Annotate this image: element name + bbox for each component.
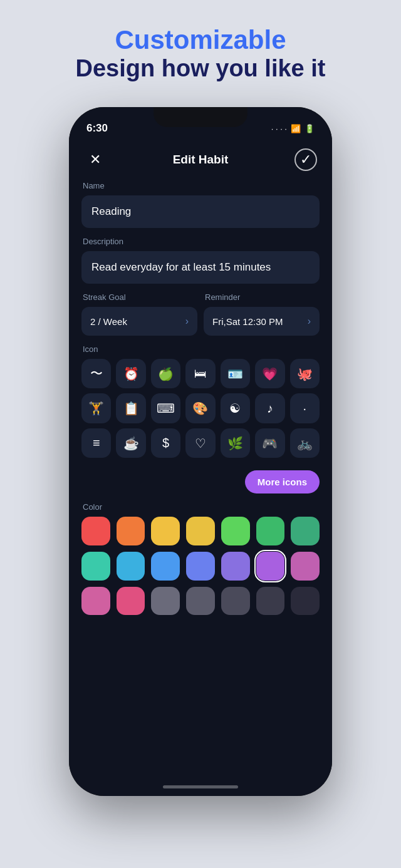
status-icons: · · · · 📶 🔋 [271,124,315,133]
signal-dots-icon: · · · · [271,124,287,133]
icon-cell-7[interactable]: 🏋 [81,393,111,423]
description-section: Description Read everyday for at least 1… [69,237,332,292]
color-cell-14[interactable] [81,587,110,616]
icon-cell-5[interactable]: 💗 [255,359,284,388]
color-label: Color [81,502,320,512]
icon-cell-20[interactable]: 🚲 [290,428,320,458]
more-icons-button[interactable]: More icons [245,470,320,493]
screen-content: ✕ Edit Habit ✓ Name Reading Description … [69,141,332,796]
reminder-label: Reminder [204,292,320,302]
color-cell-0[interactable] [81,517,110,545]
streak-chevron-icon: › [185,316,189,327]
icon-cell-8[interactable]: 📋 [116,393,145,423]
check-icon: ✓ [300,152,311,168]
name-label: Name [81,181,320,190]
color-cell-10[interactable] [186,552,215,581]
icon-cell-17[interactable]: ♡ [185,428,215,458]
color-cell-8[interactable] [117,552,145,581]
description-input[interactable]: Read everyday for at least 15 minutes [81,251,320,284]
color-cell-19[interactable] [256,587,285,616]
wifi-icon: 📶 [291,124,301,133]
icon-cell-4[interactable]: 🪪 [221,359,250,388]
home-indicator [163,785,238,788]
streak-col: Streak Goal 2 / Week › [81,292,197,336]
icon-cell-18[interactable]: 🌿 [221,428,250,458]
streak-select[interactable]: 2 / Week › [81,307,197,336]
phone-screen: 6:30 · · · · 📶 🔋 ✕ Edit Habit ✓ [69,107,332,796]
icon-cell-0[interactable]: 〜 [81,359,111,388]
color-cell-17[interactable] [186,587,215,616]
icon-cell-14[interactable]: ≡ [81,428,111,458]
reminder-col: Reminder Fri,Sat 12:30 PM › [204,292,320,336]
color-cell-15[interactable] [117,587,145,616]
headline-line2: Design how you like it [75,55,325,82]
status-time: 6:30 [86,122,108,135]
icon-cell-6[interactable]: 🐙 [290,359,320,388]
icon-cell-19[interactable]: 🎮 [255,428,284,458]
icon-cell-15[interactable]: ☕ [116,428,145,458]
icon-cell-9[interactable]: ⌨ [151,393,180,423]
close-button[interactable]: ✕ [84,148,107,171]
icon-grid: 〜⏰🍏🛏🪪💗🐙🏋📋⌨🎨☯♪·≡☕$♡🌿🎮🚲 [81,359,320,458]
phone-frame: 6:30 · · · · 📶 🔋 ✕ Edit Habit ✓ [69,107,332,796]
color-cell-20[interactable] [291,587,320,616]
description-label: Description [81,237,320,246]
color-cell-3[interactable] [186,517,215,545]
streak-reminder-row: Streak Goal 2 / Week › Reminder Fri,Sat … [69,292,332,344]
nav-title: Edit Habit [173,153,229,167]
battery-icon: 🔋 [305,124,315,133]
streak-value: 2 / Week [90,316,127,327]
reminder-chevron-icon: › [308,316,311,327]
page-wrapper: Customizable Design how you like it 6:30… [0,0,401,868]
icon-cell-2[interactable]: 🍏 [151,359,180,388]
name-section: Name Reading [69,181,332,237]
color-cell-16[interactable] [151,587,180,616]
icon-cell-3[interactable]: 🛏 [185,359,215,388]
color-cell-5[interactable] [256,517,285,545]
notch [154,107,247,127]
icon-cell-12[interactable]: ♪ [255,393,284,423]
color-cell-2[interactable] [151,517,180,545]
icon-cell-16[interactable]: $ [151,428,180,458]
icon-label: Icon [81,344,320,354]
color-cell-18[interactable] [221,587,250,616]
headline-section: Customizable Design how you like it [75,25,325,82]
nav-bar: ✕ Edit Habit ✓ [69,141,332,181]
color-cell-6[interactable] [291,517,320,545]
color-cell-12[interactable] [256,552,285,581]
icon-section: Icon 〜⏰🍏🛏🪪💗🐙🏋📋⌨🎨☯♪·≡☕$♡🌿🎮🚲 [69,344,332,464]
color-cell-9[interactable] [151,552,180,581]
color-cell-11[interactable] [221,552,250,581]
reminder-select[interactable]: Fri,Sat 12:30 PM › [204,307,320,336]
color-cell-13[interactable] [291,552,320,581]
color-grid [81,517,320,615]
color-cell-1[interactable] [117,517,145,545]
more-icons-row: More icons [69,464,332,502]
color-cell-4[interactable] [221,517,250,545]
color-cell-7[interactable] [81,552,110,581]
reminder-value: Fri,Sat 12:30 PM [212,316,283,327]
confirm-button[interactable]: ✓ [294,148,317,171]
icon-cell-11[interactable]: ☯ [221,393,250,423]
icon-cell-10[interactable]: 🎨 [185,393,215,423]
streak-label: Streak Goal [81,292,197,302]
color-section: Color [69,502,332,621]
icon-cell-13[interactable]: · [290,393,320,423]
headline-line1: Customizable [75,25,325,55]
icon-cell-1[interactable]: ⏰ [116,359,145,388]
name-input[interactable]: Reading [81,195,320,228]
